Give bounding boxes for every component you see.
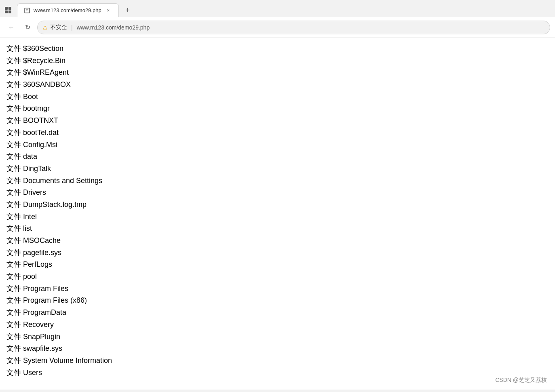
svg-rect-3 xyxy=(8,11,11,13)
list-item: 文件 $360Section xyxy=(6,43,549,55)
active-tab[interactable]: www.m123.com/demo29.php × xyxy=(17,3,119,17)
list-item: 文件 System Volume Information xyxy=(6,355,549,367)
list-item: 文件 data xyxy=(6,151,549,163)
browser-frame: www.m123.com/demo29.php × + ← ↻ ⚠ 不安全 | … xyxy=(0,0,555,390)
list-item: 文件 pool xyxy=(6,271,549,283)
svg-rect-2 xyxy=(5,11,8,13)
svg-rect-1 xyxy=(8,7,11,10)
list-item: 文件 Users xyxy=(6,367,549,379)
svg-rect-0 xyxy=(5,7,8,10)
page-content: 文件 $360Section文件 $Recycle.Bin文件 $WinREAg… xyxy=(0,38,555,390)
list-item: 文件 pagefile.sys xyxy=(6,247,549,259)
svg-rect-4 xyxy=(25,8,30,13)
new-tab-button[interactable]: + xyxy=(122,4,133,16)
list-item: 文件 SnapPlugin xyxy=(6,331,549,343)
tab-bar: www.m123.com/demo29.php × + xyxy=(0,0,555,17)
list-item: 文件 $WinREAgent xyxy=(6,67,549,79)
list-item: 文件 Intel xyxy=(6,211,549,223)
address-url: www.m123.com/demo29.php xyxy=(77,24,150,31)
back-button[interactable]: ← xyxy=(5,21,18,34)
address-divider: | xyxy=(71,24,73,31)
list-item: 文件 bootTel.dat xyxy=(6,127,549,139)
list-item: 文件 Program Files (x86) xyxy=(6,295,549,307)
list-item: 文件 ProgramData xyxy=(6,307,549,319)
list-item: 文件 Documents and Settings xyxy=(6,175,549,187)
security-warning-text: 不安全 xyxy=(50,24,67,31)
toolbar: ← ↻ ⚠ 不安全 | www.m123.com/demo29.php xyxy=(0,17,555,38)
list-item: 文件 Boot xyxy=(6,91,549,103)
tab-close-button[interactable]: × xyxy=(105,7,112,14)
address-bar[interactable]: ⚠ 不安全 | www.m123.com/demo29.php xyxy=(37,21,550,34)
list-item: 文件 bootmgr xyxy=(6,103,549,115)
tab-title: www.m123.com/demo29.php xyxy=(34,7,101,13)
watermark: CSDN @芝芝又荔枝 xyxy=(495,377,547,384)
window-icon xyxy=(4,6,12,14)
list-item: 文件 DingTalk xyxy=(6,163,549,175)
list-item: 文件 $Recycle.Bin xyxy=(6,55,549,67)
list-item: 文件 list xyxy=(6,223,549,235)
list-item: 文件 360SANDBOX xyxy=(6,79,549,91)
list-item: 文件 BOOTNXT xyxy=(6,115,549,127)
list-item: 文件 Drivers xyxy=(6,187,549,199)
list-item: 文件 PerfLogs xyxy=(6,259,549,271)
list-item: 文件 MSOCache xyxy=(6,235,549,247)
list-item: 文件 Program Files xyxy=(6,283,549,295)
security-warning-icon: ⚠ xyxy=(42,24,48,31)
list-item: 文件 DumpStack.log.tmp xyxy=(6,199,549,211)
tab-favicon-icon xyxy=(24,7,30,14)
list-item: 文件 swapfile.sys xyxy=(6,343,549,355)
list-item: 文件 Config.Msi xyxy=(6,139,549,151)
list-item: 文件 Recovery xyxy=(6,319,549,331)
reload-button[interactable]: ↻ xyxy=(21,21,34,34)
